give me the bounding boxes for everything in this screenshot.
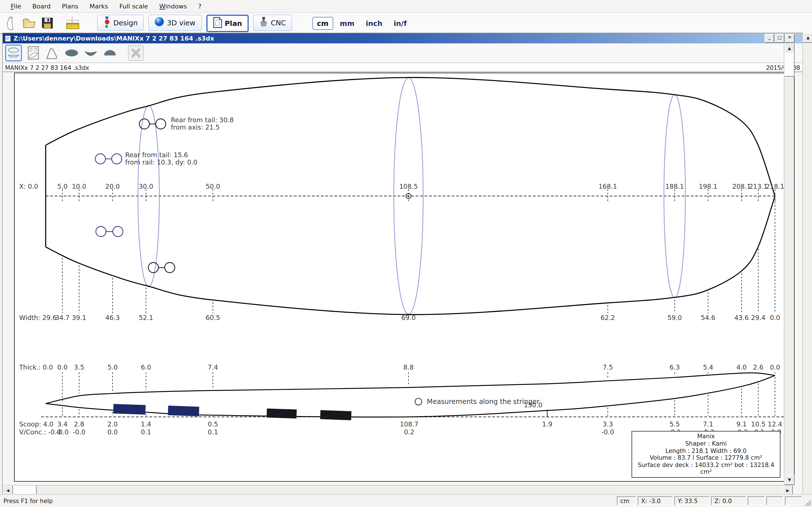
status-panel-3: Z: 0.0 bbox=[711, 496, 746, 505]
document-toolbar bbox=[3, 43, 802, 63]
plan-button[interactable]: Plan bbox=[206, 14, 249, 32]
horizontal-scrollbar[interactable]: ◀ ▶ bbox=[3, 485, 793, 495]
scoop-label: 5.5 bbox=[670, 420, 680, 428]
plan-icon bbox=[213, 17, 222, 30]
width-row-prefix: Width: 29.6 bbox=[19, 314, 57, 321]
info-box-line: Shaper : Kami bbox=[633, 440, 779, 447]
minimize-button[interactable]: _ bbox=[765, 34, 774, 43]
app-scroll-up-icon[interactable]: ▲ bbox=[803, 33, 812, 43]
profile-curve-button[interactable] bbox=[45, 45, 60, 61]
3d-view-button[interactable]: 3D view bbox=[148, 14, 202, 31]
unit-cm-button[interactable]: cm bbox=[312, 17, 333, 30]
export-icon[interactable] bbox=[128, 45, 144, 61]
scoop-row-prefix: Scoop: 4.0 bbox=[19, 420, 54, 428]
width-label: 46.3 bbox=[105, 314, 120, 321]
fin-plug bbox=[113, 404, 146, 414]
thick-row-prefix: Thick.: 0.0 bbox=[19, 363, 53, 371]
center-marker-dot bbox=[408, 195, 409, 196]
pointer-hand-icon[interactable] bbox=[3, 15, 19, 31]
section-deck-icon[interactable] bbox=[102, 45, 118, 61]
thick-label: 6.3 bbox=[670, 363, 680, 371]
design-icon bbox=[103, 15, 110, 30]
unit-inch-button[interactable]: inch bbox=[361, 17, 387, 30]
maximize-button[interactable]: □ bbox=[775, 34, 784, 43]
scoop-label: 9.1 bbox=[737, 420, 747, 428]
width-label: 43.6 bbox=[734, 314, 749, 321]
status-panel-0: cm bbox=[617, 496, 636, 505]
profile-bottom-curve bbox=[46, 376, 775, 417]
width-label: 52.1 bbox=[139, 314, 153, 321]
status-panel-1: X: -3.0 bbox=[638, 496, 673, 505]
width-label: 0.0 bbox=[770, 314, 780, 321]
fin-marker-c-circle bbox=[96, 226, 106, 237]
window-controls: _ □ ✕ bbox=[765, 34, 795, 43]
board-drawing: X: 0.0Width: 29.65.034.710.039.120.046.3… bbox=[15, 73, 793, 480]
vertical-scroll-thumb[interactable] bbox=[784, 53, 795, 76]
menu-item-windows[interactable]: Windows bbox=[154, 1, 192, 11]
section-bottom-icon[interactable] bbox=[83, 45, 99, 61]
unit-in-f-button[interactable]: in/f bbox=[389, 17, 411, 30]
stringer-note-marker bbox=[415, 398, 422, 405]
scoop-label: 2.0 bbox=[107, 420, 118, 428]
scoop-label: 12.4 bbox=[768, 420, 782, 428]
thick-label: 8.8 bbox=[403, 363, 414, 371]
x-label: 168.1 bbox=[599, 183, 617, 190]
fin-marker-d-circle bbox=[148, 263, 158, 273]
plan-outline-bottom bbox=[46, 196, 775, 315]
fin-plug bbox=[168, 406, 199, 416]
open-folder-icon[interactable] bbox=[21, 15, 37, 31]
scroll-up-icon[interactable]: ▲ bbox=[784, 43, 795, 54]
horizontal-scroll-track[interactable] bbox=[37, 486, 783, 495]
vconc-label: 0.1 bbox=[208, 429, 218, 436]
thick-label: 5.4 bbox=[703, 363, 713, 371]
status-panels: cmX: -3.0Y: 33.5Z: 0.0 bbox=[617, 496, 802, 505]
scoop-label: 1.4 bbox=[141, 420, 151, 428]
x-row-prefix: X: 0.0 bbox=[19, 183, 38, 190]
stringer-note-text: Measurements along the stringer bbox=[427, 398, 540, 406]
x-label: 5.0 bbox=[57, 183, 68, 190]
ruler-icon[interactable] bbox=[64, 15, 80, 31]
width-label: 69.0 bbox=[401, 314, 416, 321]
fin-b-annotation: Rear from tail: 15.6 bbox=[125, 151, 188, 159]
document-date: 2015/04/08 bbox=[766, 64, 800, 71]
menu-item-plans[interactable]: Plans bbox=[57, 1, 84, 11]
vertical-scrollbar[interactable]: ▲ ▼ bbox=[784, 43, 794, 485]
vconc-label: 0.0 bbox=[107, 429, 118, 436]
width-label: 29.4 bbox=[751, 314, 765, 321]
outline-view-button[interactable] bbox=[5, 45, 22, 61]
thick-label: 6.0 bbox=[141, 363, 151, 371]
board-canvas: X: 0.0Width: 29.65.034.710.039.120.046.3… bbox=[14, 73, 795, 482]
section-full-icon[interactable] bbox=[64, 45, 80, 61]
document-titlebar[interactable]: Z:\Users\dennery\Downloads\MANIXx 7 2 27… bbox=[3, 33, 802, 43]
fin-marker-a-circle bbox=[156, 119, 166, 129]
width-label: 60.5 bbox=[206, 314, 220, 321]
design-button[interactable]: Design bbox=[97, 14, 144, 31]
menu-item-full-scale[interactable]: Full scale bbox=[114, 1, 153, 11]
status-panel-4 bbox=[748, 496, 765, 505]
width-label: 59.0 bbox=[667, 314, 682, 321]
spec-sheet-button[interactable] bbox=[26, 45, 41, 61]
menu-item-board[interactable]: Board bbox=[28, 1, 56, 11]
fin-plug bbox=[320, 410, 351, 420]
menu-item-?[interactable]: ? bbox=[193, 1, 207, 11]
info-box-line: Volume : 83.7 l Surface : 12779.8 cm² bbox=[633, 454, 779, 461]
scoop-label: 1.9 bbox=[542, 420, 553, 428]
unit-mm-button[interactable]: mm bbox=[335, 17, 359, 30]
resize-grip[interactable] bbox=[804, 499, 811, 506]
menu-item-marks[interactable]: Marks bbox=[85, 1, 113, 11]
menu-bar: FileBoardPlansMarksFull scaleWindows? bbox=[0, 0, 812, 13]
thick-label: 7.5 bbox=[603, 363, 613, 371]
scroll-down-icon[interactable]: ▼ bbox=[784, 475, 795, 485]
app-toolbar: Design3D viewPlanCNC cmmminchin/f bbox=[0, 13, 812, 34]
x-label: 188.1 bbox=[665, 183, 684, 190]
fin-a-annotation: Rear from tail: 30.8 bbox=[171, 116, 234, 124]
document-file-label: MANIXx 7 2 27 83 164 .s3dx bbox=[5, 64, 89, 71]
app-vertical-scrollbar[interactable]: ▲ bbox=[802, 33, 812, 495]
x-label: 218.1 bbox=[766, 183, 784, 190]
unit-button-group: cmmminchin/f bbox=[312, 17, 411, 30]
menu-item-file[interactable]: File bbox=[6, 1, 26, 11]
save-icon[interactable] bbox=[40, 15, 55, 31]
close-button[interactable]: ✕ bbox=[785, 34, 795, 43]
cnc-button[interactable]: CNC bbox=[253, 14, 292, 31]
vconc-row-prefix: V/Conc.: -0.0 bbox=[19, 429, 61, 436]
